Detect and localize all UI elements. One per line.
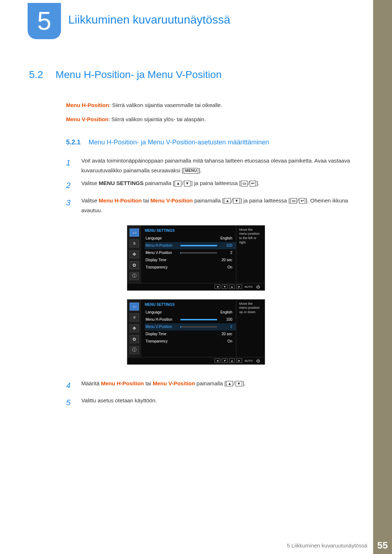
osd-main: MENU SETTINGSLanguageEnglishMenu H-Posit… [141, 300, 236, 357]
osd-nav-icon: ▲ [229, 358, 235, 363]
osd-help-text: Move the menu position to the left or ri… [236, 226, 265, 283]
step-text: Valittu asetus otetaan käyttöön. [81, 395, 157, 410]
osd-row-value: 20 sec [217, 258, 236, 262]
osd-row-value: 20 sec [217, 332, 236, 336]
intro-rest-2: : Siirrä valikon sijaintia ylös- tai ala… [109, 116, 206, 122]
power-icon: ⏻ [255, 284, 261, 289]
osd-slider [180, 252, 217, 254]
osd-row-value: 100 [217, 317, 236, 321]
osd-sidebar-icon: ≡ [130, 239, 139, 247]
osd-row: Display Time20 sec [145, 331, 236, 338]
key-glyph: ↩ [299, 198, 305, 204]
osd-footer: ◄▼▲►AUTO⏻ [127, 283, 265, 290]
footer-page-number: 55 [373, 537, 392, 554]
step-text: Määritä Menu H-Position tai Menu V-Posit… [81, 378, 246, 393]
intro-term-1: Menu H-Position [66, 102, 109, 108]
osd-row-label: Display Time [145, 332, 180, 336]
key-glyph: ▭ [241, 181, 248, 186]
osd-title: MENU SETTINGS [145, 303, 236, 307]
osd-nav-icon: ► [236, 358, 242, 363]
osd-footer: ◄▼▲►AUTO⏻ [127, 357, 265, 364]
osd-row-value: On [217, 265, 236, 269]
footer-text: 5 Liikkuminen kuvaruutunäytössä [287, 542, 367, 549]
osd-row-label: Language [145, 236, 180, 240]
osd-sidebar-icon: ▭ [130, 303, 139, 311]
step-number: 5 [66, 395, 74, 410]
osd-sidebar-icon: ✿ [130, 335, 139, 343]
osd-row-value: On [217, 339, 236, 343]
step-number: 4 [66, 378, 74, 393]
osd-screenshot: ▭≡✥✿ⓘMENU SETTINGSLanguageEnglishMenu H-… [127, 225, 265, 291]
osd-row: Display Time20 sec [145, 257, 236, 264]
osd-row-label: Display Time [145, 258, 180, 262]
osd-row: Menu H-Position100 [145, 242, 236, 249]
osd-nav-icon: ▲ [229, 284, 235, 289]
osd-sidebar: ▭≡✥✿ⓘ [127, 226, 141, 283]
osd-nav-icon: ► [236, 284, 242, 289]
key-glyph: MENU [184, 168, 198, 173]
osd-help-text: Move the menu position up or down. [236, 300, 265, 357]
intro-rest-1: : Siirrä valikon sijaintia vasemmalle ta… [109, 102, 222, 108]
osd-nav-icon: ◄ [215, 358, 220, 363]
osd-row: TransparencyOn [145, 264, 236, 271]
step: 1Voit avata toimintonäppäinoppaan painam… [66, 156, 363, 175]
step-number: 3 [66, 196, 74, 215]
osd-row-value: 100 [217, 243, 236, 247]
key-glyph: ▼ [233, 198, 240, 204]
osd-sidebar-icon: ▭ [130, 229, 139, 237]
subsection-number: 5.2.1 [66, 139, 81, 146]
key-glyph: ▲ [175, 181, 181, 186]
osd-nav-icon: ◄ [215, 284, 220, 289]
osd-row: TransparencyOn [145, 338, 236, 345]
osd-nav-icon: ▼ [222, 358, 228, 363]
osd-row-value: 2 [217, 251, 236, 255]
osd-title: MENU SETTINGS [145, 229, 236, 233]
step-text: Valitse Menu H-Position tai Menu V-Posit… [81, 196, 363, 215]
osd-slider [180, 326, 217, 328]
key-glyph: ▼ [184, 181, 191, 186]
osd-sidebar-icon: ⓘ [130, 346, 139, 354]
osd-row-label: Menu V-Position [145, 251, 180, 255]
osd-nav-icon: ▼ [222, 284, 228, 289]
key-glyph: ▲ [224, 198, 231, 204]
key-glyph: ▭ [290, 198, 297, 204]
osd-row-label: Transparency [145, 265, 180, 269]
osd-auto-label: AUTO [244, 358, 254, 363]
osd-row-label: Menu V-Position [145, 325, 180, 329]
power-icon: ⏻ [255, 358, 261, 363]
osd-sidebar-icon: ✥ [130, 324, 139, 332]
osd-row: LanguageEnglish [145, 309, 236, 316]
intro-term-2: Menu V-Position [66, 116, 109, 122]
chapter-number-badge: 5 [28, 3, 61, 39]
step: 3Valitse Menu H-Position tai Menu V-Posi… [66, 196, 363, 215]
osd-sidebar: ▭≡✥✿ⓘ [127, 300, 141, 357]
section-number: 5.2 [29, 69, 43, 81]
osd-row-label: Menu H-Position [145, 317, 180, 321]
step-text: Voit avata toimintonäppäinoppaan painama… [81, 156, 363, 175]
intro-line-1: Menu H-Position: Siirrä valikon sijainti… [66, 98, 363, 112]
step: 5Valittu asetus otetaan käyttöön. [66, 395, 363, 410]
osd-auto-label: AUTO [244, 284, 254, 289]
osd-slider [180, 245, 217, 246]
step: 2Valitse MENU SETTINGS painamalla [▲/▼] … [66, 178, 363, 193]
step-text: Valitse MENU SETTINGS painamalla [▲/▼] j… [81, 178, 260, 193]
step: 4Määritä Menu H-Position tai Menu V-Posi… [66, 378, 363, 393]
osd-row: Menu V-Position2 [145, 249, 236, 257]
key-glyph: ↩ [250, 181, 256, 186]
osd-sidebar-icon: ✥ [130, 250, 139, 258]
osd-row: Menu H-Position100 [145, 316, 236, 323]
osd-row-value: English [217, 236, 236, 240]
section-title: Menu H-Position- ja Menu V-Position [56, 69, 222, 81]
osd-main: MENU SETTINGSLanguageEnglishMenu H-Posit… [141, 226, 236, 283]
step-number: 1 [66, 156, 74, 175]
right-margin-bar [373, 0, 392, 554]
osd-sidebar-icon: ≡ [130, 313, 139, 321]
osd-slider [180, 319, 217, 320]
osd-row-label: Language [145, 310, 180, 314]
osd-sidebar-icon: ✿ [130, 261, 139, 269]
osd-row: Menu V-Position2 [145, 323, 236, 331]
key-glyph: ▼ [236, 381, 242, 386]
subsection-title: Menu H-Position- ja Menu V-Position-aset… [89, 139, 269, 146]
osd-row-label: Transparency [145, 339, 180, 343]
key-glyph: ▲ [226, 381, 233, 386]
